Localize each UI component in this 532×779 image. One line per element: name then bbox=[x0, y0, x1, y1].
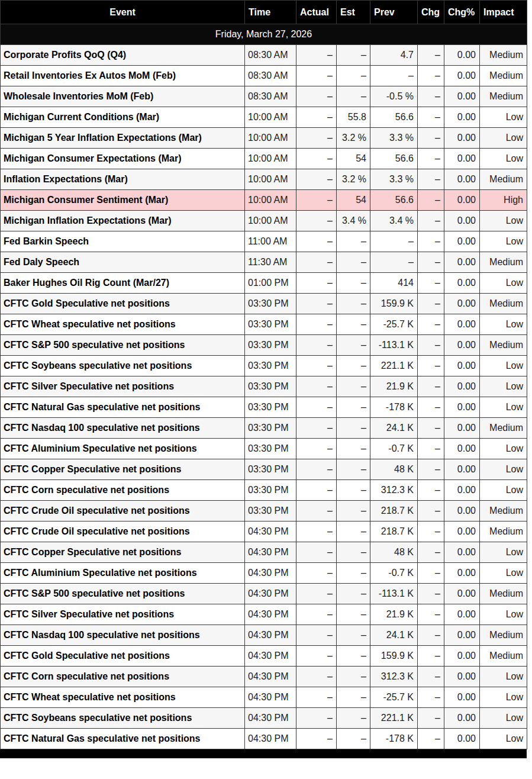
date-section-label: Friday, March 27, 2026 bbox=[1, 24, 527, 45]
impact-cell: Medium bbox=[480, 501, 527, 522]
event-cell[interactable]: CFTC Soybeans speculative net positions bbox=[1, 356, 245, 376]
table-row[interactable]: CFTC Nasdaq 100 speculative net position… bbox=[1, 418, 527, 439]
est-cell: – bbox=[337, 646, 370, 667]
table-row[interactable]: Baker Hughes Oil Rig Count (Mar/27) 01:0… bbox=[1, 273, 527, 294]
table-row[interactable]: Wholesale Inventories MoM (Feb) 08:30 AM… bbox=[1, 86, 527, 107]
time-cell: 03:30 PM bbox=[245, 397, 296, 418]
table-row[interactable]: Michigan Consumer Expectations (Mar) 10:… bbox=[1, 149, 527, 169]
impact-cell: Low bbox=[480, 480, 527, 501]
impact-cell: Medium bbox=[480, 45, 527, 66]
table-row[interactable]: Fed Barkin Speech 11:00 AM – – – – 0.00 … bbox=[1, 231, 527, 252]
event-cell[interactable]: CFTC Aluminium Speculative net positions bbox=[1, 563, 245, 584]
time-cell: 10:00 AM bbox=[245, 149, 296, 169]
event-cell[interactable]: CFTC Copper Speculative net positions bbox=[1, 542, 245, 563]
table-row[interactable]: CFTC Wheat speculative net positions 03:… bbox=[1, 314, 527, 335]
prev-cell: – bbox=[370, 252, 418, 273]
event-cell[interactable]: CFTC Copper Speculative net positions bbox=[1, 459, 245, 480]
chg-cell: – bbox=[418, 480, 444, 501]
est-cell: – bbox=[337, 625, 370, 646]
table-row[interactable]: Fed Daly Speech 11:30 AM – – – – 0.00 Me… bbox=[1, 252, 527, 273]
table-row[interactable]: Corporate Profits QoQ (Q4) 08:30 AM – – … bbox=[1, 45, 527, 66]
table-row[interactable]: CFTC S&P 500 speculative net positions 0… bbox=[1, 584, 527, 604]
event-cell[interactable]: CFTC Natural Gas speculative net positio… bbox=[1, 729, 245, 749]
actual-cell: – bbox=[296, 45, 337, 66]
table-row[interactable]: CFTC Gold Speculative net positions 04:3… bbox=[1, 646, 527, 667]
table-row[interactable]: Michigan Inflation Expectations (Mar) 10… bbox=[1, 211, 527, 231]
event-cell[interactable]: CFTC Crude Oil speculative net positions bbox=[1, 522, 245, 542]
event-cell[interactable]: CFTC Corn speculative net positions bbox=[1, 480, 245, 501]
event-cell[interactable]: CFTC Soybeans speculative net positions bbox=[1, 708, 245, 729]
event-cell[interactable]: CFTC Crude Oil speculative net positions bbox=[1, 501, 245, 522]
event-cell[interactable]: CFTC Wheat speculative net positions bbox=[1, 314, 245, 335]
table-row[interactable]: CFTC Copper Speculative net positions 03… bbox=[1, 459, 527, 480]
event-cell[interactable]: CFTC Gold Speculative net positions bbox=[1, 646, 245, 667]
event-cell[interactable]: Wholesale Inventories MoM (Feb) bbox=[1, 86, 245, 107]
event-cell[interactable]: Inflation Expectations (Mar) bbox=[1, 169, 245, 190]
prev-cell: -0.5 % bbox=[370, 86, 418, 107]
event-cell[interactable]: CFTC Natural Gas speculative net positio… bbox=[1, 397, 245, 418]
chgpct-cell: 0.00 bbox=[444, 211, 480, 231]
chgpct-cell: 0.00 bbox=[444, 128, 480, 149]
event-cell[interactable]: Fed Daly Speech bbox=[1, 252, 245, 273]
table-row[interactable]: CFTC Nasdaq 100 speculative net position… bbox=[1, 625, 527, 646]
est-cell: – bbox=[337, 439, 370, 459]
table-row[interactable]: CFTC Soybeans speculative net positions … bbox=[1, 356, 527, 376]
table-row[interactable]: CFTC Copper Speculative net positions 04… bbox=[1, 542, 527, 563]
chgpct-cell: 0.00 bbox=[444, 66, 480, 86]
event-cell[interactable]: CFTC Gold Speculative net positions bbox=[1, 294, 245, 314]
event-cell[interactable]: Baker Hughes Oil Rig Count (Mar/27) bbox=[1, 273, 245, 294]
est-cell: 54 bbox=[337, 149, 370, 169]
chgpct-cell: 0.00 bbox=[444, 252, 480, 273]
event-cell[interactable]: Corporate Profits QoQ (Q4) bbox=[1, 45, 245, 66]
table-row[interactable]: Retail Inventories Ex Autos MoM (Feb) 08… bbox=[1, 66, 527, 86]
table-row[interactable]: CFTC Corn speculative net positions 03:3… bbox=[1, 480, 527, 501]
col-header-impact: Impact bbox=[480, 1, 527, 24]
event-cell[interactable]: CFTC Corn speculative net positions bbox=[1, 667, 245, 687]
event-cell[interactable]: CFTC Silver Speculative net positions bbox=[1, 376, 245, 397]
table-row[interactable]: CFTC Aluminium Speculative net positions… bbox=[1, 563, 527, 584]
table-row[interactable]: Inflation Expectations (Mar) 10:00 AM – … bbox=[1, 169, 527, 190]
event-cell[interactable]: Michigan 5 Year Inflation Expectations (… bbox=[1, 128, 245, 149]
event-cell[interactable]: Michigan Consumer Expectations (Mar) bbox=[1, 149, 245, 169]
table-row[interactable]: CFTC Wheat speculative net positions 04:… bbox=[1, 687, 527, 708]
chgpct-cell: 0.00 bbox=[444, 501, 480, 522]
event-cell[interactable]: Michigan Current Conditions (Mar) bbox=[1, 107, 245, 128]
table-row[interactable]: CFTC Natural Gas speculative net positio… bbox=[1, 729, 527, 749]
prev-cell: -113.1 K bbox=[370, 335, 418, 356]
chgpct-cell: 0.00 bbox=[444, 149, 480, 169]
table-row[interactable]: CFTC Silver Speculative net positions 04… bbox=[1, 604, 527, 625]
event-cell[interactable]: Michigan Inflation Expectations (Mar) bbox=[1, 211, 245, 231]
table-row[interactable]: CFTC Crude Oil speculative net positions… bbox=[1, 522, 527, 542]
event-cell[interactable]: CFTC Nasdaq 100 speculative net position… bbox=[1, 625, 245, 646]
table-row[interactable]: CFTC Natural Gas speculative net positio… bbox=[1, 397, 527, 418]
table-row[interactable]: CFTC Soybeans speculative net positions … bbox=[1, 708, 527, 729]
impact-cell: Low bbox=[480, 231, 527, 252]
event-cell[interactable]: CFTC Wheat speculative net positions bbox=[1, 687, 245, 708]
event-cell[interactable]: Fed Barkin Speech bbox=[1, 231, 245, 252]
event-cell[interactable]: Retail Inventories Ex Autos MoM (Feb) bbox=[1, 66, 245, 86]
chg-cell: – bbox=[418, 501, 444, 522]
table-row[interactable]: CFTC Crude Oil speculative net positions… bbox=[1, 501, 527, 522]
event-cell[interactable]: Michigan Consumer Sentiment (Mar) bbox=[1, 190, 245, 211]
time-cell: 03:30 PM bbox=[245, 356, 296, 376]
chg-cell: – bbox=[418, 687, 444, 708]
prev-cell: -178 K bbox=[370, 397, 418, 418]
actual-cell: – bbox=[296, 273, 337, 294]
calendar-table: Event Time Actual Est Prev Chg Chg% Impa… bbox=[0, 0, 527, 749]
table-row[interactable]: CFTC Corn speculative net positions 04:3… bbox=[1, 667, 527, 687]
event-cell[interactable]: CFTC S&P 500 speculative net positions bbox=[1, 584, 245, 604]
table-row[interactable]: CFTC Silver Speculative net positions 03… bbox=[1, 376, 527, 397]
event-cell[interactable]: CFTC S&P 500 speculative net positions bbox=[1, 335, 245, 356]
event-cell[interactable]: CFTC Aluminium Speculative net positions bbox=[1, 439, 245, 459]
table-row[interactable]: Michigan Current Conditions (Mar) 10:00 … bbox=[1, 107, 527, 128]
actual-cell: – bbox=[296, 190, 337, 211]
event-cell[interactable]: CFTC Silver Speculative net positions bbox=[1, 604, 245, 625]
table-row[interactable]: CFTC Aluminium Speculative net positions… bbox=[1, 439, 527, 459]
actual-cell: – bbox=[296, 376, 337, 397]
table-row[interactable]: CFTC S&P 500 speculative net positions 0… bbox=[1, 335, 527, 356]
table-row[interactable]: Michigan Consumer Sentiment (Mar) 10:00 … bbox=[1, 190, 527, 211]
impact-cell: Low bbox=[480, 729, 527, 749]
table-row[interactable]: Michigan 5 Year Inflation Expectations (… bbox=[1, 128, 527, 149]
table-row[interactable]: CFTC Gold Speculative net positions 03:3… bbox=[1, 294, 527, 314]
event-cell[interactable]: CFTC Nasdaq 100 speculative net position… bbox=[1, 418, 245, 439]
